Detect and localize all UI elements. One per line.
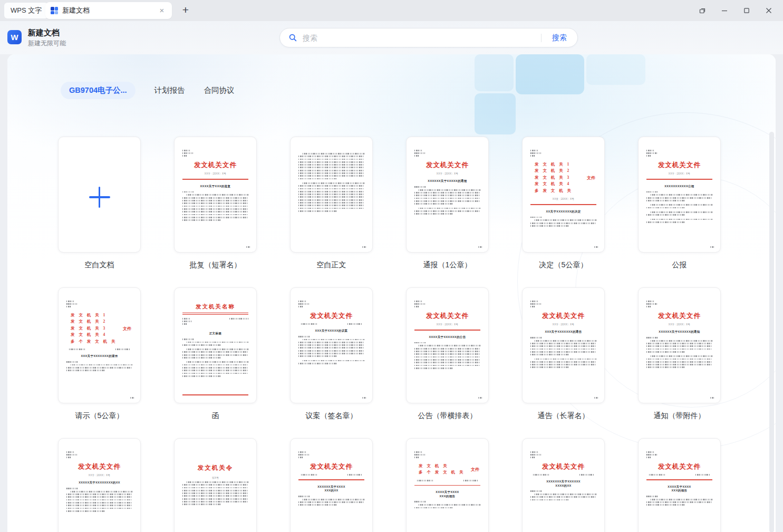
body-paragraph [298, 153, 364, 181]
copy-number-lines [182, 150, 248, 158]
template-card[interactable]: 发文机关文件XXXXXXX关于XXXXXXXXXX的XX [522, 438, 605, 532]
minimize-icon[interactable] [713, 0, 736, 21]
template-label: 公报 [638, 260, 721, 270]
template-card[interactable]: 发 文 机 关 1发 文 机 关 2发 文 机 关 3发 文 机 关 4多 发 … [522, 137, 605, 253]
greeked-text-line [414, 303, 425, 305]
greeked-text-line [646, 351, 685, 353]
body-paragraph [414, 345, 480, 370]
greeked-text-line [594, 397, 598, 399]
document-preview [59, 137, 140, 252]
app-home-tab-label: WPS 文字 [11, 6, 42, 15]
template-card[interactable]: 发文机关文件XX字〔20XX〕X号XXXX关于XXXXXX的公告 [406, 287, 489, 403]
active-document-tab[interactable]: 新建文档 × [45, 2, 172, 19]
greeked-text-line [182, 354, 248, 356]
greeked-text-line [646, 337, 658, 338]
greeked-text-line [115, 349, 130, 350]
greeked-text-line [414, 152, 425, 154]
template-cell: 发文机关文件XXXX关于XXXXXXX的报告 [638, 438, 721, 532]
template-card[interactable]: 发文机关文件XX字〔20XX〕X号XXX关于XXXXXXX的通告 [522, 287, 605, 403]
template-card[interactable]: 发文机关文件XX字〔20XX〕X号XXXX关于XXX的批复 [174, 137, 257, 253]
template-card[interactable]: 发 文 机 关多 个 发 文 机 关文件XXXX关于XXXXXXX的报告 [406, 438, 489, 532]
body-paragraph [530, 340, 596, 357]
template-cell: 发文机关文件XXXXXXX关于XXXXXXXXXX的XX [522, 438, 605, 532]
decree-number: 第X号 [182, 477, 248, 479]
new-tab-button[interactable]: + [178, 3, 193, 18]
template-card[interactable]: 发文机关文件XX字〔20XX〕X号XXXXX关于XXXXXXXX的XX [58, 438, 141, 532]
greeked-text-line [530, 303, 541, 305]
tab-close-icon[interactable]: × [157, 6, 167, 15]
greeked-text-line [530, 499, 569, 501]
greeked-text-line [646, 214, 685, 216]
document-title: XXXXXX关于XXXXX的通报 [414, 179, 480, 183]
category-tab-plans-reports[interactable]: 计划报告 [154, 85, 185, 95]
greeked-text-line [298, 159, 364, 160]
document-preview: 发文机关文件XX字〔20XX〕X号XXXX关于XXX的批复 [175, 137, 256, 252]
document-preview: 发文机关文件XX字〔20XX〕X号XXX关于XXXXXXX的通告 [523, 288, 604, 403]
document-title: XXX关于XXXXX的议案 [298, 329, 364, 333]
greeked-text-line [414, 362, 480, 363]
template-card[interactable]: 发文机关文件XXX关于XXXXX的议案 [290, 287, 373, 403]
greeked-text-line [651, 194, 712, 196]
copy-number-lines [530, 451, 596, 459]
body-paragraph [646, 499, 712, 507]
greeked-text-line [530, 306, 535, 307]
template-card[interactable] [58, 137, 141, 253]
template-card[interactable]: 发文机关文件XX字〔20XX〕X号XXXXXXXXXXX公报 [638, 137, 721, 253]
issuing-agency-line: 多 发 文 机 关 [535, 188, 596, 195]
greeked-text-line [187, 361, 248, 363]
document-header-title: 发文机关文件 [530, 313, 596, 320]
issue-number: XX字〔20XX〕X号 [182, 172, 248, 175]
template-card[interactable] [290, 137, 373, 253]
template-cell: 发文机关文件XX字〔20XX〕X号XXXXX关于XXXXXXXX的XX [58, 438, 141, 532]
category-tab-gb9704[interactable]: GB9704电子公... [61, 82, 136, 99]
body-paragraph [646, 219, 712, 225]
template-card[interactable]: 发文机关令第X号 [174, 438, 257, 532]
search-bar[interactable]: 搜索 [279, 28, 578, 47]
greeked-text-line [651, 211, 712, 213]
template-cell: 发文机关名称正文标题函 [174, 287, 257, 438]
issuing-agencies: 发 文 机 关 1发 文 机 关 2发 文 机 关 3发 文 机 关 4多 个 … [66, 312, 132, 345]
greeked-text-line [414, 454, 425, 456]
greeked-text-line [298, 156, 364, 157]
close-icon[interactable] [758, 0, 780, 21]
greeked-text-line [651, 219, 712, 220]
greeked-text-line [530, 454, 541, 456]
app-home-tab[interactable]: WPS 文字 [4, 3, 48, 18]
copy-number-lines [646, 451, 712, 459]
greeked-text-line [535, 494, 596, 495]
greeked-text-line [646, 303, 657, 305]
category-tab-contracts[interactable]: 合同协议 [204, 85, 235, 95]
issue-number: XX发〔20XX〕X号 [530, 198, 596, 200]
greeked-text-line [66, 457, 71, 458]
document-header-title: 发文机关文件 [646, 313, 712, 320]
vertical-scrollbar[interactable] [769, 132, 774, 532]
greeked-text-line [298, 342, 364, 343]
issue-number: XX字〔20XX〕X号 [414, 172, 480, 175]
greeked-text-line [646, 361, 712, 363]
template-card[interactable]: 发文机关文件XXXXXX关于XXXXXXX的XX [290, 438, 373, 532]
greeked-text-line [182, 318, 190, 320]
page-header: W 新建文档 新建无限可能 搜索 [0, 21, 783, 54]
template-card[interactable]: 发文机关名称正文标题 [174, 287, 257, 403]
template-card[interactable]: 发 文 机 关 1发 文 机 关 2发 文 机 关 3发 文 机 关 4多 个 … [58, 287, 141, 403]
greeked-text-line [182, 217, 248, 218]
search-button[interactable]: 搜索 [542, 33, 577, 43]
template-card[interactable]: 发文机关文件XX字〔20XX〕X号XXXXXX关于XXXXXX的通知 [638, 287, 721, 403]
greeked-text-line [651, 204, 712, 206]
template-cell: 发 文 机 关 1发 文 机 关 2发 文 机 关 3发 文 机 关 4多 个 … [58, 287, 141, 438]
template-grid: 空白文档发文机关文件XX字〔20XX〕X号XXXX关于XXX的批复批复（短署名）… [58, 137, 721, 532]
issue-number: XX字〔20XX〕X号 [646, 172, 712, 175]
search-input[interactable] [303, 34, 541, 42]
windows-icon[interactable] [691, 0, 713, 21]
issuing-agency-line: 发 文 机 关 1 [71, 312, 132, 319]
greeked-text-line [414, 342, 426, 344]
red-rule [182, 179, 248, 180]
maximize-icon[interactable] [736, 0, 758, 21]
issue-number: XX字〔20XX〕X号 [530, 323, 596, 326]
template-label: 通报（1公章） [406, 260, 489, 270]
greeked-text-line [419, 345, 480, 346]
template-label: 议案（签名章） [290, 411, 373, 421]
template-card[interactable]: 发文机关文件XXXX关于XXXXXXX的报告 [638, 438, 721, 532]
template-card[interactable]: 发文机关文件XX字〔20XX〕X号XXXXXX关于XXXXX的通报 [406, 137, 489, 253]
greeked-text-line [298, 451, 307, 453]
